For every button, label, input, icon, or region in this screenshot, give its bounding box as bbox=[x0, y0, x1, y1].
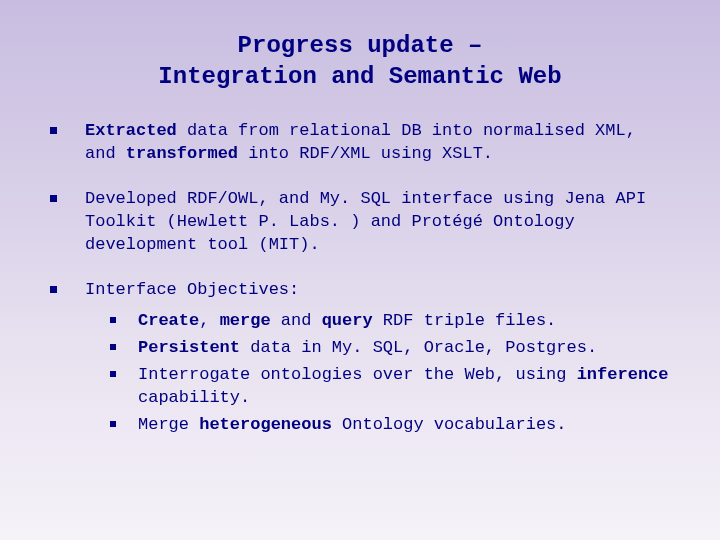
bullet-item: Extracted data from relational DB into n… bbox=[50, 120, 670, 166]
square-bullet-icon bbox=[110, 344, 116, 350]
text-run: and bbox=[271, 311, 322, 330]
text-run: Interrogate ontologies over the Web, usi… bbox=[138, 365, 577, 384]
text-run: Merge bbox=[138, 415, 199, 434]
text-run: RDF triple files. bbox=[373, 311, 557, 330]
title-line-2: Integration and Semantic Web bbox=[158, 63, 561, 90]
sub-bullet-item: Create, merge and query RDF triple files… bbox=[110, 310, 670, 333]
bold-word: Create bbox=[138, 311, 199, 330]
sub-bullet-list: Create, merge and query RDF triple files… bbox=[110, 310, 670, 437]
bullet-text: Extracted data from relational DB into n… bbox=[85, 120, 670, 166]
bullet-text: Interface Objectives: bbox=[85, 279, 670, 302]
text-run: capability. bbox=[138, 388, 250, 407]
sub-bullet-item: Interrogate ontologies over the Web, usi… bbox=[110, 364, 670, 410]
bullet-item: Developed RDF/OWL, and My. SQL interface… bbox=[50, 188, 670, 257]
bold-word: Extracted bbox=[85, 121, 177, 140]
bold-word: transformed bbox=[126, 144, 238, 163]
square-bullet-icon bbox=[110, 421, 116, 427]
square-bullet-icon bbox=[110, 371, 116, 377]
square-bullet-icon bbox=[50, 286, 57, 293]
bullet-text: Developed RDF/OWL, and My. SQL interface… bbox=[85, 188, 670, 257]
sub-bullet-text: Persistent data in My. SQL, Oracle, Post… bbox=[138, 337, 670, 360]
bold-word: heterogeneous bbox=[199, 415, 332, 434]
sub-bullet-item: Merge heterogeneous Ontology vocabularie… bbox=[110, 414, 670, 437]
sub-bullet-item: Persistent data in My. SQL, Oracle, Post… bbox=[110, 337, 670, 360]
square-bullet-icon bbox=[50, 195, 57, 202]
sub-bullet-text: Create, merge and query RDF triple files… bbox=[138, 310, 670, 333]
text-run: Ontology vocabularies. bbox=[332, 415, 567, 434]
slide-title: Progress update – Integration and Semant… bbox=[50, 30, 670, 92]
sub-bullet-text: Interrogate ontologies over the Web, usi… bbox=[138, 364, 670, 410]
bold-word: Persistent bbox=[138, 338, 240, 357]
text-run: data in My. SQL, Oracle, Postgres. bbox=[240, 338, 597, 357]
sub-bullet-text: Merge heterogeneous Ontology vocabularie… bbox=[138, 414, 670, 437]
title-line-1: Progress update – bbox=[238, 32, 483, 59]
bold-word: query bbox=[322, 311, 373, 330]
bullet-item: Interface Objectives: bbox=[50, 279, 670, 302]
bold-word: inference bbox=[577, 365, 669, 384]
text-run: into RDF/XML using XSLT. bbox=[238, 144, 493, 163]
text-run: , bbox=[199, 311, 219, 330]
bullet-list: Extracted data from relational DB into n… bbox=[50, 120, 670, 302]
square-bullet-icon bbox=[50, 127, 57, 134]
bold-word: merge bbox=[220, 311, 271, 330]
square-bullet-icon bbox=[110, 317, 116, 323]
